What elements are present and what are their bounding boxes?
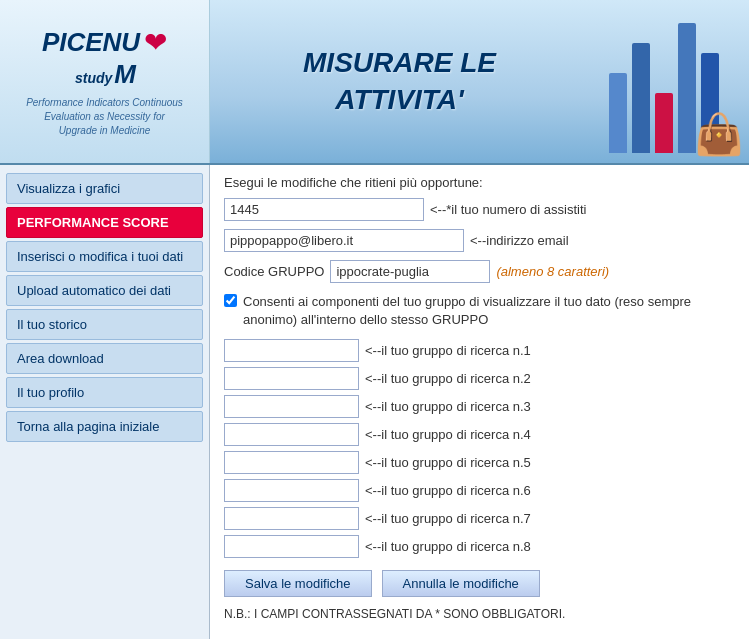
group-input-6[interactable] <box>224 479 359 502</box>
group-input-3[interactable] <box>224 395 359 418</box>
group-row-6: <--il tuo gruppo di ricerca n.6 <box>224 479 735 502</box>
main-layout: Visualizza i graficiPERFORMANCE SCOREIns… <box>0 165 749 639</box>
group-label-2: <--il tuo gruppo di ricerca n.2 <box>365 371 531 386</box>
group-row-7: <--il tuo gruppo di ricerca n.7 <box>224 507 735 530</box>
group-label-6: <--il tuo gruppo di ricerca n.6 <box>365 483 531 498</box>
group-input-1[interactable] <box>224 339 359 362</box>
group-row-8: <--il tuo gruppo di ricerca n.8 <box>224 535 735 558</box>
group-input-7[interactable] <box>224 507 359 530</box>
group-label-8: <--il tuo gruppo di ricerca n.8 <box>365 539 531 554</box>
sidebar-item-visualizza-grafici[interactable]: Visualizza i grafici <box>6 173 203 204</box>
sidebar-item-tuo-profilo[interactable]: Il tuo profilo <box>6 377 203 408</box>
group-input-8[interactable] <box>224 535 359 558</box>
sidebar-item-performance-score[interactable]: PERFORMANCE SCORE <box>6 207 203 238</box>
sidebar-item-torna-pagina[interactable]: Torna alla pagina iniziale <box>6 411 203 442</box>
bag-icon: 👜 <box>694 111 744 158</box>
group-row-1: <--il tuo gruppo di ricerca n.1 <box>224 339 735 362</box>
header-decoration: 👜 <box>589 0 749 163</box>
group-row-3: <--il tuo gruppo di ricerca n.3 <box>224 395 735 418</box>
cancel-button[interactable]: Annulla le modifiche <box>382 570 540 597</box>
header-title: MISURARE LE ATTIVITA' <box>303 45 496 118</box>
sidebar-item-area-download[interactable]: Area download <box>6 343 203 374</box>
group-label-4: <--il tuo gruppo di ricerca n.4 <box>365 427 531 442</box>
codice-input[interactable] <box>330 260 490 283</box>
bar-3 <box>655 93 673 153</box>
group-row-2: <--il tuo gruppo di ricerca n.2 <box>224 367 735 390</box>
bar-1 <box>609 73 627 153</box>
codice-row: Codice GRUPPO (almeno 8 caratteri) <box>224 260 735 283</box>
sidebar-item-upload-automatico[interactable]: Upload automatico dei dati <box>6 275 203 306</box>
consent-checkbox[interactable] <box>224 294 237 307</box>
sidebar-item-tuo-storico[interactable]: Il tuo storico <box>6 309 203 340</box>
email-label: <--indirizzo email <box>470 233 569 248</box>
assistiti-row: <--*il tuo numero di assistiti <box>224 198 735 221</box>
group-label-7: <--il tuo gruppo di ricerca n.7 <box>365 511 531 526</box>
required-note: N.B.: I CAMPI CONTRASSEGNATI DA * SONO O… <box>224 607 735 621</box>
bar-2 <box>632 43 650 153</box>
consent-text: Consenti ai componenti del tuo gruppo di… <box>243 293 735 329</box>
logo-area: PICENU ❤ study M Performance Indicators … <box>0 0 210 163</box>
logo-study: study <box>75 70 112 86</box>
codice-label: Codice GRUPPO <box>224 264 324 279</box>
codice-hint: (almeno 8 caratteri) <box>496 264 609 279</box>
email-input[interactable] <box>224 229 464 252</box>
save-button[interactable]: Salva le modifiche <box>224 570 372 597</box>
assistiti-label: <--*il tuo numero di assistiti <box>430 202 586 217</box>
email-row: <--indirizzo email <box>224 229 735 252</box>
logo-subtitle: Performance Indicators Continuous Evalua… <box>26 96 183 138</box>
instructions-label: Esegui le modifiche che ritieni più oppo… <box>224 175 735 190</box>
logo-m: M <box>114 59 136 90</box>
groups-container: <--il tuo gruppo di ricerca n.1<--il tuo… <box>224 339 735 558</box>
header: PICENU ❤ study M Performance Indicators … <box>0 0 749 165</box>
consent-row: Consenti ai componenti del tuo gruppo di… <box>224 293 735 329</box>
group-label-5: <--il tuo gruppo di ricerca n.5 <box>365 455 531 470</box>
content-area: Esegui le modifiche che ritieni più oppo… <box>210 165 749 639</box>
group-row-5: <--il tuo gruppo di ricerca n.5 <box>224 451 735 474</box>
group-input-5[interactable] <box>224 451 359 474</box>
sidebar-item-inserisci-modifica[interactable]: Inserisci o modifica i tuoi dati <box>6 241 203 272</box>
sidebar: Visualizza i graficiPERFORMANCE SCOREIns… <box>0 165 210 639</box>
group-label-3: <--il tuo gruppo di ricerca n.3 <box>365 399 531 414</box>
group-label-1: <--il tuo gruppo di ricerca n.1 <box>365 343 531 358</box>
assistiti-input[interactable] <box>224 198 424 221</box>
logo-heart-icon: ❤ <box>144 26 167 59</box>
buttons-row: Salva le modifiche Annulla le modifiche <box>224 570 735 597</box>
group-row-4: <--il tuo gruppo di ricerca n.4 <box>224 423 735 446</box>
group-input-4[interactable] <box>224 423 359 446</box>
logo-text-picenu: PICENU <box>42 27 140 58</box>
group-input-2[interactable] <box>224 367 359 390</box>
header-title-area: MISURARE LE ATTIVITA' <box>210 0 589 163</box>
